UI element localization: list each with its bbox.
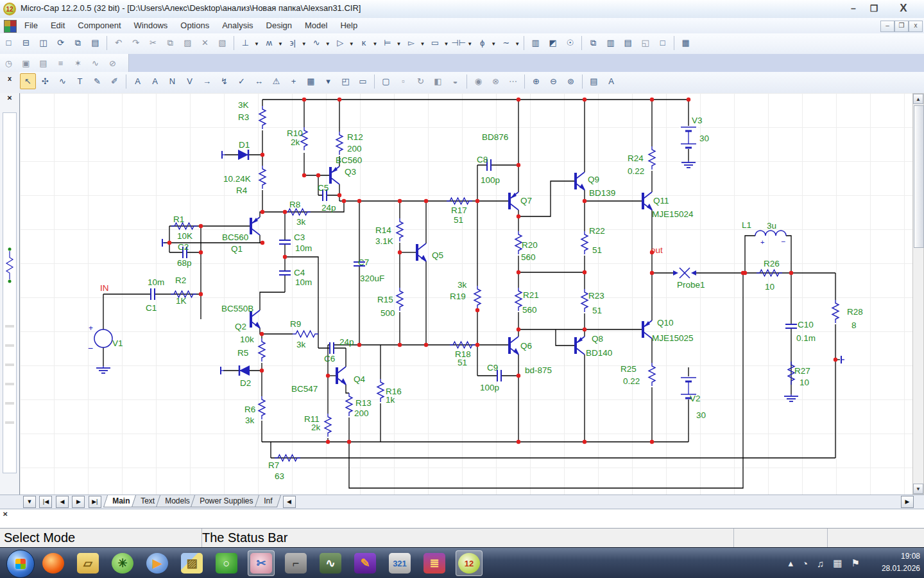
vertical-scrollbar[interactable]: ▲ ▼ bbox=[912, 93, 924, 495]
grid-dropdown[interactable]: ▾ bbox=[320, 73, 336, 89]
tab-scroll-left-button[interactable]: ◀ bbox=[283, 496, 296, 508]
sine-source-button-dropdown[interactable]: ▼ bbox=[515, 41, 520, 47]
diode-component-button[interactable]: ▷ bbox=[332, 35, 348, 51]
ground-component-button-dropdown[interactable]: ▼ bbox=[254, 41, 259, 47]
sticky-notes-icon[interactable]: ▨ bbox=[178, 550, 205, 576]
save-file-button[interactable]: ◫ bbox=[35, 35, 51, 51]
print-button[interactable]: ▤ bbox=[87, 35, 103, 51]
inductor-component-button[interactable]: ∿ bbox=[309, 35, 325, 51]
inductor-component-button-dropdown[interactable]: ▼ bbox=[325, 41, 330, 47]
network-display-icon[interactable]: ▦ bbox=[833, 557, 842, 569]
menu-file[interactable]: File bbox=[18, 18, 44, 33]
grid-toggle[interactable]: ▦ bbox=[303, 73, 319, 89]
flip-vertical-button[interactable]: ◒ bbox=[447, 73, 463, 89]
scroll-right-button[interactable]: ▶ bbox=[901, 496, 914, 508]
conditions-toggle[interactable]: ✓ bbox=[234, 73, 250, 89]
tab-power-supplies[interactable]: Power Supplies bbox=[191, 495, 262, 507]
vertical-scroll-thumb[interactable] bbox=[914, 105, 924, 248]
more-button[interactable]: ⋯ bbox=[505, 73, 521, 89]
redo-button[interactable]: ↷ bbox=[128, 35, 144, 51]
sine-source-button[interactable]: ∼ bbox=[498, 35, 514, 51]
rotate-button[interactable]: ↻ bbox=[413, 73, 429, 89]
schematic-canvas[interactable]: +−+−3KR3D110.24KR4R102kR12200BC560Q3C524… bbox=[19, 93, 913, 495]
mdi-minimize-button[interactable]: – bbox=[880, 21, 894, 32]
web-button[interactable]: ☉ bbox=[562, 35, 578, 51]
first-page-button[interactable]: |◀ bbox=[39, 496, 52, 508]
revert-button[interactable]: ⟳ bbox=[53, 35, 69, 51]
optimizer-button[interactable]: ✶ bbox=[70, 55, 86, 71]
print-preview-button[interactable]: ⧉ bbox=[70, 35, 86, 51]
zoom-out-button[interactable]: ⊖ bbox=[545, 73, 561, 89]
flip-horizontal-button[interactable]: ◧ bbox=[430, 73, 446, 89]
warning-toggle[interactable]: ⚠ bbox=[268, 73, 284, 89]
mdi-close-button[interactable]: x bbox=[909, 21, 923, 32]
tab-list-dropdown[interactable]: ▼ bbox=[23, 496, 36, 508]
select-box-button[interactable]: ▢ bbox=[378, 73, 394, 89]
attribute-value-toggle[interactable]: A bbox=[147, 73, 163, 89]
title-block-button[interactable]: ▭ bbox=[355, 73, 371, 89]
device-tool-icon[interactable]: ⌐ bbox=[282, 550, 309, 576]
capacitor-component-button[interactable]: ϶| bbox=[285, 35, 301, 51]
region-button[interactable]: ▫ bbox=[395, 73, 411, 89]
mdi-restore-button[interactable]: ❐ bbox=[894, 21, 909, 32]
snipping-tool-icon[interactable]: ✂ bbox=[248, 550, 275, 576]
micro-cap-12-icon[interactable]: 12 bbox=[456, 550, 483, 576]
schematic-drawing[interactable]: +−+−3KR3D110.24KR4R102kR12200BC560Q3C524… bbox=[20, 93, 913, 495]
macro-component-button-dropdown[interactable]: ▼ bbox=[443, 41, 449, 47]
flag-mode-button[interactable]: ✐ bbox=[107, 73, 123, 89]
opamp-component-button[interactable]: ▻ bbox=[403, 35, 419, 51]
close-button[interactable]: X bbox=[889, 2, 918, 15]
overlap-button[interactable]: ◱ bbox=[637, 35, 653, 51]
macro-component-button[interactable]: ▭ bbox=[427, 35, 443, 51]
menu-help[interactable]: Help bbox=[334, 18, 364, 33]
delete-button[interactable]: ✕ bbox=[197, 35, 213, 51]
diode-component-button-dropdown[interactable]: ▼ bbox=[349, 41, 354, 47]
undo-button[interactable]: ↶ bbox=[110, 35, 126, 51]
text-mode-button[interactable]: T bbox=[72, 73, 88, 89]
select-mode-button[interactable]: ↖ bbox=[20, 73, 36, 89]
ankh-tool-icon[interactable]: ○ bbox=[213, 550, 240, 576]
cut-button[interactable]: ✂ bbox=[145, 35, 161, 51]
menu-design[interactable]: Design bbox=[260, 18, 298, 33]
menu-component[interactable]: Component bbox=[71, 18, 127, 33]
maximize-window-button[interactable]: □ bbox=[654, 35, 671, 51]
scope-button[interactable]: ∿ bbox=[87, 55, 103, 71]
page-button[interactable]: ▤ bbox=[586, 73, 602, 89]
bjt-component-button[interactable]: κ bbox=[356, 35, 372, 51]
command-strip-close-icon[interactable]: ✕ bbox=[3, 511, 8, 518]
transient-analysis-button[interactable]: ◷ bbox=[1, 55, 17, 71]
component-panel-button[interactable]: ▥ bbox=[527, 35, 543, 51]
stepping-button[interactable]: ≡ bbox=[53, 55, 69, 71]
waveform-editor-icon[interactable]: ∿ bbox=[317, 550, 344, 576]
media-player-icon[interactable]: ▶ bbox=[144, 550, 171, 576]
border-toggle[interactable]: ◰ bbox=[338, 73, 354, 89]
node-numbers-toggle[interactable]: N bbox=[164, 73, 180, 89]
battery-component-button-dropdown[interactable]: ▼ bbox=[491, 41, 496, 47]
start-button[interactable] bbox=[6, 550, 35, 578]
pulse-source-button[interactable]: ⊣⊢ bbox=[450, 35, 466, 51]
tile-vertical-button[interactable]: ▥ bbox=[603, 35, 619, 51]
pulse-source-button-dropdown[interactable]: ▼ bbox=[467, 41, 472, 47]
menu-edit[interactable]: Edit bbox=[44, 18, 71, 33]
crosshair-toggle[interactable]: + bbox=[286, 73, 302, 89]
mosfet-component-button-dropdown[interactable]: ▼ bbox=[397, 41, 402, 47]
calculator-button[interactable]: ▦ bbox=[678, 35, 694, 51]
menu-options[interactable]: Options bbox=[174, 18, 216, 33]
firefox-icon[interactable] bbox=[40, 550, 67, 576]
scroll-down-button[interactable]: ▼ bbox=[913, 484, 923, 494]
open-file-button[interactable]: ⊟ bbox=[18, 35, 34, 51]
capacitor-component-button-dropdown[interactable]: ▼ bbox=[302, 41, 307, 47]
spider-player-icon[interactable]: ✳ bbox=[109, 550, 136, 576]
menu-model[interactable]: Model bbox=[298, 18, 334, 33]
font-button[interactable]: A bbox=[603, 73, 619, 89]
next-page-button[interactable]: ▶ bbox=[72, 496, 85, 508]
battery-component-button[interactable]: ϕ bbox=[474, 35, 490, 51]
component-dock[interactable]: ✕ bbox=[0, 93, 20, 495]
winrar-icon[interactable]: ≣ bbox=[421, 550, 448, 576]
tile-horizontal-button[interactable]: ▤ bbox=[620, 35, 636, 51]
currents-toggle[interactable]: → bbox=[199, 73, 215, 89]
graphics-mode-button[interactable]: ✎ bbox=[89, 73, 105, 89]
resistor-component-button-dropdown[interactable]: ▼ bbox=[278, 41, 283, 47]
tray-app-icon[interactable]: ◔ bbox=[802, 558, 808, 569]
restore-button[interactable]: ❐ bbox=[865, 2, 883, 15]
